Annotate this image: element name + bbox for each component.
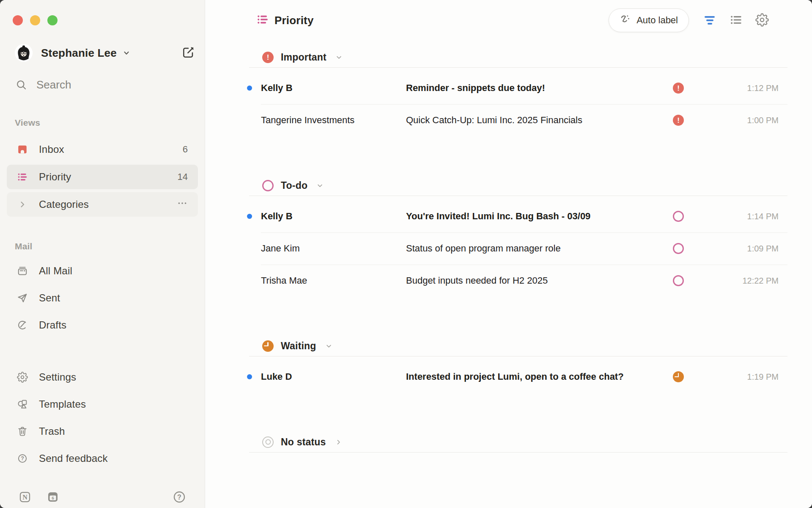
sidebar-item-label: Trash bbox=[39, 425, 188, 437]
svg-text:?: ? bbox=[21, 456, 24, 461]
chevron-down-icon[interactable] bbox=[335, 53, 343, 61]
email-sender: Tangerine Investments bbox=[261, 115, 406, 126]
important-status-icon[interactable] bbox=[673, 83, 684, 94]
sidebar-item-inbox[interactable]: Inbox 6 bbox=[7, 137, 198, 162]
sidebar-item-categories[interactable]: Categories bbox=[7, 192, 198, 217]
sidebar-item-drafts[interactable]: Drafts bbox=[7, 313, 198, 337]
svg-text:N: N bbox=[22, 493, 27, 501]
important-status-icon[interactable] bbox=[673, 115, 684, 126]
notion-logo-button[interactable]: N bbox=[19, 491, 31, 505]
email-subject: Quick Catch-Up: Lumi Inc. 2025 Financial… bbox=[406, 115, 667, 126]
sidebar-item-label: Settings bbox=[39, 371, 188, 383]
email-status-column bbox=[667, 371, 690, 382]
email-subject: Budget inputs needed for H2 2025 bbox=[406, 275, 667, 286]
divider bbox=[249, 452, 787, 453]
calendar-button[interactable]: 6 bbox=[47, 491, 59, 505]
header-controls: Auto label bbox=[609, 8, 770, 32]
priority-list-icon bbox=[256, 13, 269, 28]
email-time: 1:12 PM bbox=[747, 83, 787, 93]
priority-count: 14 bbox=[178, 171, 188, 182]
view-settings-button[interactable] bbox=[754, 13, 770, 28]
email-row[interactable]: Tangerine Investments Quick Catch-Up: Lu… bbox=[205, 104, 812, 136]
search-placeholder: Search bbox=[36, 78, 71, 91]
email-group: No status bbox=[205, 433, 812, 453]
email-time: 12:22 PM bbox=[742, 276, 787, 286]
group-label: No status bbox=[281, 436, 326, 448]
email-group-list: Important Kelly B Reminder - snippets du… bbox=[205, 41, 812, 508]
email-status-column bbox=[667, 83, 690, 94]
sidebar-item-label: Sent bbox=[39, 292, 188, 304]
svg-text:6: 6 bbox=[52, 495, 54, 500]
email-row[interactable]: Kelly B You're Invited! Lumi Inc. Bug Ba… bbox=[205, 200, 812, 232]
waiting-status-icon[interactable] bbox=[673, 371, 684, 382]
waiting-status-icon bbox=[262, 340, 274, 352]
chevron-right-icon[interactable] bbox=[335, 438, 343, 446]
compose-button[interactable] bbox=[180, 45, 196, 61]
zoom-window-button[interactable] bbox=[47, 15, 58, 25]
email-row[interactable]: Luke D Interested in project Lumi, open … bbox=[205, 361, 812, 393]
sidebar-item-trash[interactable]: Trash bbox=[7, 419, 198, 444]
avatar bbox=[15, 44, 33, 62]
email-subject: Reminder - snippets due today! bbox=[406, 83, 667, 94]
close-window-button[interactable] bbox=[13, 15, 23, 25]
minimize-window-button[interactable] bbox=[30, 15, 40, 25]
compose-icon bbox=[181, 46, 195, 61]
email-group-header[interactable]: Important bbox=[205, 49, 812, 66]
todo-status-icon[interactable] bbox=[673, 243, 684, 254]
sidebar-item-all-mail[interactable]: All Mail bbox=[7, 259, 198, 283]
email-row[interactable]: Trisha Mae Budget inputs needed for H2 2… bbox=[205, 265, 812, 297]
sidebar-item-send-feedback[interactable]: ? Send feedback bbox=[7, 446, 198, 471]
sidebar-item-templates[interactable]: Templates bbox=[7, 392, 198, 417]
main-header: Priority Auto label bbox=[205, 0, 812, 41]
filter-icon bbox=[705, 16, 715, 24]
email-group: Waiting Luke D Interested in project Lum… bbox=[205, 337, 812, 393]
email-sender: Kelly B bbox=[261, 83, 406, 94]
svg-text:?: ? bbox=[177, 493, 181, 500]
unread-dot-icon bbox=[247, 214, 252, 219]
none-status-icon bbox=[262, 436, 274, 448]
email-time: 1:19 PM bbox=[747, 372, 787, 382]
mail-nav: All Mail Sent bbox=[7, 259, 198, 340]
auto-label-button[interactable]: Auto label bbox=[609, 8, 689, 32]
filter-button[interactable] bbox=[702, 13, 717, 28]
chevron-right-icon bbox=[17, 199, 28, 210]
sidebar-item-label: Drafts bbox=[39, 319, 188, 331]
sidebar-item-settings[interactable]: Settings bbox=[7, 365, 198, 389]
window-controls bbox=[13, 15, 205, 25]
email-group-header[interactable]: To-do bbox=[205, 177, 812, 194]
group-label: To-do bbox=[281, 180, 307, 191]
email-row[interactable]: Kelly B Reminder - snippets due today! 1… bbox=[205, 72, 812, 104]
sidebar-item-priority[interactable]: Priority 14 bbox=[7, 165, 198, 189]
ellipsis-icon[interactable] bbox=[177, 198, 188, 211]
calendar-icon: 6 bbox=[47, 491, 59, 505]
group-rows: Kelly B Reminder - snippets due today! 1… bbox=[205, 68, 812, 136]
utility-nav: Settings Templates bbox=[7, 365, 198, 473]
unread-dot-column bbox=[247, 214, 261, 219]
help-button[interactable]: ? bbox=[173, 490, 186, 505]
inbox-icon bbox=[17, 144, 28, 155]
all-mail-icon bbox=[17, 265, 28, 276]
todo-status-icon[interactable] bbox=[673, 275, 684, 286]
sidebar-item-sent[interactable]: Sent bbox=[7, 286, 198, 310]
account-switcher[interactable]: Stephanie Lee bbox=[15, 44, 196, 62]
sidebar-item-label: Templates bbox=[39, 398, 188, 410]
sidebar-item-label: Categories bbox=[39, 199, 166, 210]
search-icon bbox=[16, 79, 27, 91]
email-sender: Trisha Mae bbox=[261, 275, 406, 286]
email-row[interactable]: Jane Kim Status of open program manager … bbox=[205, 232, 812, 265]
gear-icon bbox=[755, 13, 769, 28]
chevron-down-icon[interactable] bbox=[325, 342, 333, 350]
list-view-button[interactable] bbox=[728, 13, 743, 28]
email-time: 1:14 PM bbox=[747, 212, 787, 221]
unread-dot-icon bbox=[247, 86, 252, 91]
mail-app-window: Stephanie Lee Search Views bbox=[0, 0, 812, 508]
email-group-header[interactable]: Waiting bbox=[205, 337, 812, 354]
draft-pencil-circle-icon bbox=[17, 320, 28, 331]
chevron-down-icon bbox=[122, 48, 131, 58]
email-group-header[interactable]: No status bbox=[205, 433, 812, 450]
search-input[interactable]: Search bbox=[15, 76, 196, 93]
view-title: Priority bbox=[256, 13, 314, 28]
todo-status-icon[interactable] bbox=[673, 211, 684, 222]
views-nav: Inbox 6 Priority 14 Categories bbox=[7, 137, 198, 220]
chevron-down-icon[interactable] bbox=[316, 182, 324, 190]
